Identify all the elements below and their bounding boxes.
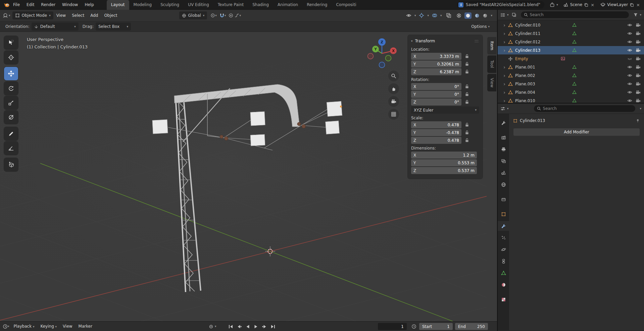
location-y-field[interactable]: Y0.32061 m: [411, 60, 461, 68]
hide-viewport-toggle[interactable]: [627, 56, 632, 61]
rotation-z-field[interactable]: Z0°: [411, 98, 461, 106]
chevron-down-icon[interactable]: ▾: [9, 14, 10, 17]
hide-viewport-toggle[interactable]: [627, 81, 632, 86]
rotation-x-field[interactable]: X0°: [411, 83, 461, 90]
lock-icon[interactable]: [461, 70, 472, 74]
tab-item[interactable]: Item: [487, 37, 496, 54]
toggle-ortho-button[interactable]: [388, 109, 399, 120]
pivot-point-icon[interactable]: [210, 13, 215, 18]
chevron-down-icon[interactable]: ▾: [414, 14, 416, 17]
tab-view[interactable]: View: [487, 74, 496, 91]
rotation-y-field[interactable]: Y0°: [411, 91, 461, 98]
expand-icon[interactable]: ›: [502, 90, 506, 95]
disable-render-toggle[interactable]: [636, 65, 641, 70]
hide-viewport-toggle[interactable]: [627, 23, 632, 28]
outliner-item-cylinder-010[interactable]: › Cylinder.010: [498, 21, 644, 29]
menu-render[interactable]: Render: [38, 0, 59, 10]
breadcrumb-object-name[interactable]: Cylinder.013: [520, 118, 545, 123]
outliner-item-plane-002[interactable]: › Plane.002: [498, 71, 644, 80]
drag-dropdown[interactable]: Select Box ▾: [96, 23, 131, 31]
scale-tool-button[interactable]: [4, 96, 18, 110]
menu-playback[interactable]: Playback ▾: [11, 324, 38, 329]
shading-rendered-icon[interactable]: [483, 13, 488, 18]
hide-viewport-toggle[interactable]: [627, 98, 632, 103]
show-gizmo-icon[interactable]: [419, 13, 424, 18]
chevron-down-icon[interactable]: ▾: [427, 14, 429, 17]
lock-icon[interactable]: [461, 123, 472, 127]
previous-keyframe-button[interactable]: [235, 323, 243, 330]
chevron-down-icon[interactable]: ▾: [239, 14, 241, 17]
object-type-visibility-icon[interactable]: [406, 13, 411, 18]
lock-icon[interactable]: [461, 84, 472, 89]
workspace-tab-modeling[interactable]: Modeling: [129, 0, 156, 10]
location-x-field[interactable]: X3.3373 m: [411, 53, 461, 60]
lock-icon[interactable]: [461, 100, 472, 104]
workspace-tab-shading[interactable]: Shading: [248, 0, 273, 10]
gizmo-minus-y[interactable]: [386, 55, 391, 61]
tab-tool-properties[interactable]: [498, 118, 509, 128]
tab-scene-properties[interactable]: [498, 168, 509, 178]
chevron-down-icon[interactable]: ▾: [640, 13, 641, 16]
workspace-tab-sculpting[interactable]: Sculpting: [156, 0, 184, 10]
snap-magnet-icon[interactable]: [219, 13, 225, 18]
falloff-curve-icon[interactable]: [235, 13, 239, 18]
play-button[interactable]: [252, 323, 260, 330]
editor-type-icon[interactable]: [3, 13, 8, 18]
expand-icon[interactable]: ›: [502, 48, 506, 53]
show-overlays-icon[interactable]: [432, 13, 437, 18]
tab-tool[interactable]: Tool: [487, 55, 496, 73]
jump-to-start-button[interactable]: [227, 323, 235, 330]
gizmo-y-label[interactable]: Y: [374, 47, 377, 51]
new-viewlayer-icon[interactable]: [630, 3, 634, 7]
tab-render-properties[interactable]: [498, 133, 509, 142]
lock-icon[interactable]: [461, 130, 472, 135]
outliner-editor-icon[interactable]: [500, 12, 505, 17]
menu-window[interactable]: Window: [59, 0, 81, 10]
lock-icon[interactable]: [461, 92, 472, 96]
workspace-tab-compositing[interactable]: Compositing: [332, 0, 356, 10]
current-frame-field[interactable]: 1: [378, 323, 407, 330]
hide-viewport-toggle[interactable]: [627, 90, 632, 95]
scale-x-field[interactable]: X0.478: [411, 121, 461, 128]
chevron-down-icon[interactable]: ▾: [507, 13, 509, 16]
chevron-down-icon[interactable]: ▾: [225, 14, 226, 17]
disable-render-toggle[interactable]: [636, 90, 641, 95]
jump-to-end-button[interactable]: [269, 323, 277, 330]
xray-toggle-icon[interactable]: [446, 13, 451, 18]
menu-select[interactable]: Select: [69, 13, 87, 18]
scale-y-field[interactable]: Y-0.478: [411, 129, 461, 136]
hide-viewport-toggle[interactable]: [627, 73, 632, 78]
outliner-item-cylinder-013[interactable]: › Cylinder.013: [498, 46, 644, 54]
disable-render-toggle[interactable]: [636, 73, 641, 78]
chevron-down-icon[interactable]: ▾: [640, 107, 641, 110]
tab-modifier-properties[interactable]: [498, 221, 509, 231]
shading-material-icon[interactable]: [475, 13, 480, 18]
disable-render-toggle[interactable]: [636, 48, 641, 53]
gizmo-z-label[interactable]: Z: [381, 40, 383, 44]
camera-view-button[interactable]: [388, 96, 399, 107]
scale-z-field[interactable]: Z0.478: [411, 137, 461, 144]
outliner-item-plane-001[interactable]: › Plane.001: [498, 63, 644, 71]
disable-render-toggle[interactable]: [636, 81, 641, 86]
expand-icon[interactable]: ›: [502, 82, 506, 86]
tab-world-properties[interactable]: [498, 180, 509, 190]
expand-icon[interactable]: ›: [502, 40, 506, 44]
workspace-tab-layout[interactable]: Layout: [107, 0, 129, 10]
outliner-item-plane-004[interactable]: › Plane.004: [498, 88, 644, 96]
navigation-gizmo[interactable]: Z Y X: [363, 36, 400, 73]
gizmo-x-label[interactable]: X: [392, 49, 395, 53]
menu-file[interactable]: File: [10, 0, 23, 10]
chevron-down-icon[interactable]: ▾: [8, 325, 9, 328]
rotation-mode-dropdown[interactable]: XYZ Euler▾: [411, 107, 479, 114]
blender-logo-icon[interactable]: [3, 2, 10, 8]
frame-end-field[interactable]: End250: [455, 323, 488, 330]
menu-marker[interactable]: Marker: [76, 324, 95, 329]
dimensions-y-field[interactable]: Y0.553 m: [411, 159, 477, 166]
add-primitive-tool-button[interactable]: [4, 158, 18, 171]
expand-icon[interactable]: ›: [502, 65, 506, 70]
workspace-tab-uv-editing[interactable]: UV Editing: [184, 0, 213, 10]
play-reverse-button[interactable]: [244, 323, 251, 330]
mode-selector[interactable]: Object Mode ▾: [12, 11, 53, 19]
lock-icon[interactable]: [461, 62, 472, 66]
hide-viewport-toggle[interactable]: [627, 31, 632, 36]
